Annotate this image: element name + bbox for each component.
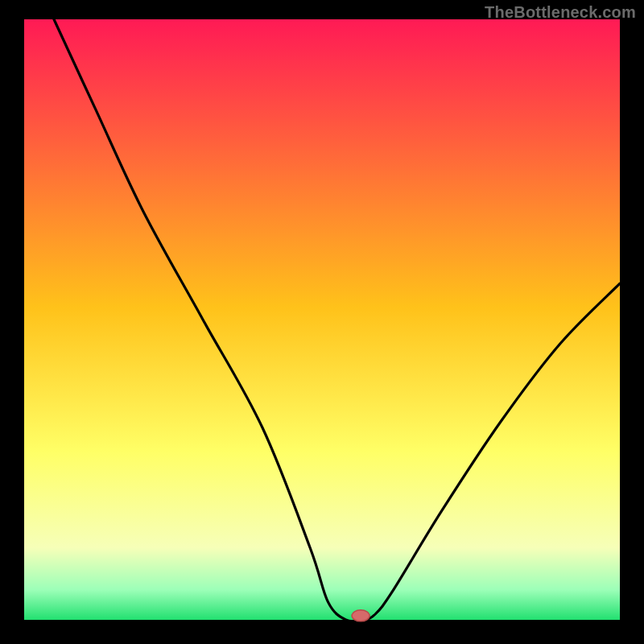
plot-area [24,19,620,620]
optimal-marker [352,610,369,621]
watermark-label: TheBottleneck.com [485,3,636,22]
chart-container: TheBottleneck.com [0,0,644,644]
chart-svg [0,0,644,644]
